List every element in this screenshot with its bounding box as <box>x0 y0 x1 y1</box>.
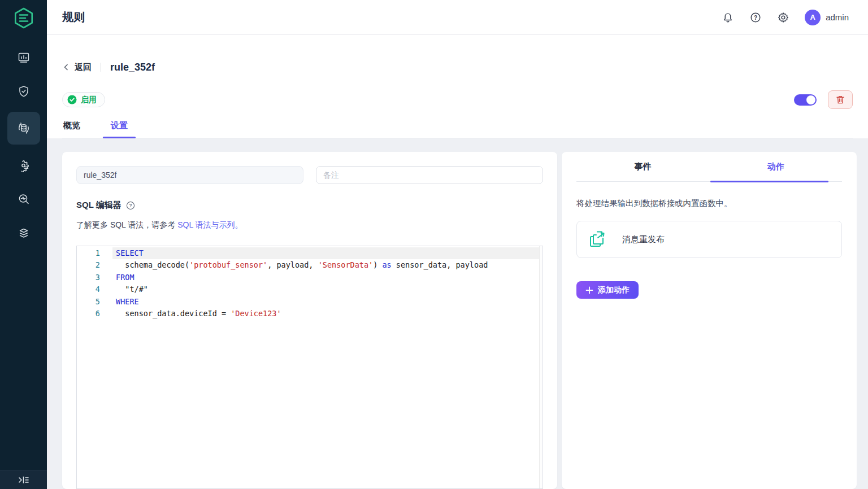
rule-controls <box>794 90 853 109</box>
top-header: 规则 ? <box>47 0 868 35</box>
delete-button[interactable] <box>828 90 853 109</box>
enable-toggle[interactable] <box>794 94 817 106</box>
help-button[interactable]: ? <box>749 11 762 24</box>
app-window: 规则 ? <box>0 0 868 489</box>
page-head: 返回 rule_352f 启用 <box>47 35 868 138</box>
layers-icon <box>17 226 31 240</box>
back-label: 返回 <box>75 62 92 73</box>
line-number: 3 <box>77 272 112 283</box>
diagnose-icon <box>17 193 31 206</box>
rule-title: rule_352f <box>110 62 155 73</box>
settings-button[interactable] <box>777 11 789 24</box>
panel-tabs: 事件 动作 <box>576 152 842 182</box>
user-menu[interactable]: A admin <box>805 10 849 25</box>
data-integration-icon <box>16 121 31 136</box>
sql-hint-text: 了解更多 SQL 语法，请参考 <box>76 220 177 229</box>
code-line: 4 "t/#" <box>77 283 542 295</box>
sql-editor-header: SQL 编辑器 ? <box>76 200 543 211</box>
code-line: 3 FROM <box>77 272 542 283</box>
sql-editor-label: SQL 编辑器 <box>76 200 121 211</box>
tab-settings[interactable]: 设置 <box>110 120 129 138</box>
sidebar-item-management[interactable] <box>8 152 40 178</box>
sql-code-editor[interactable]: 1 SELECT 2 schema_decode('protobuf_senso… <box>76 246 543 489</box>
sidebar-collapse-toggle[interactable] <box>0 470 47 489</box>
rule-id-field <box>76 166 303 184</box>
sidebar <box>0 0 47 489</box>
status-row: 启用 <box>62 90 853 109</box>
shield-check-icon <box>17 85 31 98</box>
emqx-logo-icon <box>12 6 36 30</box>
breadcrumb-divider <box>101 63 101 72</box>
line-number: 2 <box>77 259 112 271</box>
avatar: A <box>805 10 821 25</box>
collapse-menu-icon <box>18 475 30 485</box>
sql-syntax-link[interactable]: SQL 语法与示列。 <box>177 220 242 229</box>
page-title: 规则 <box>62 10 85 25</box>
sidebar-item-dashboard[interactable] <box>8 44 40 71</box>
actions-description: 将处理结果输出到数据桥接或内置函数中。 <box>576 198 842 209</box>
trash-icon <box>836 95 845 104</box>
topbar-actions: ? A admin <box>722 10 849 25</box>
add-action-button[interactable]: 添加动作 <box>576 281 639 299</box>
main-column: 规则 ? <box>47 0 868 489</box>
tab-overview[interactable]: 概览 <box>62 120 81 138</box>
help-icon: ? <box>749 11 762 24</box>
editor-scrollbar[interactable] <box>539 246 542 488</box>
status-badge: 启用 <box>62 92 105 107</box>
line-number: 5 <box>77 296 112 308</box>
rule-tabs: 概览 设置 <box>62 120 853 138</box>
user-name: admin <box>826 12 849 22</box>
dashboard-icon <box>17 51 31 64</box>
tab-events[interactable]: 事件 <box>576 152 709 181</box>
gear-list-icon <box>17 159 31 172</box>
work-area: SQL 编辑器 ? 了解更多 SQL 语法，请参考 SQL 语法与示列。 1 S… <box>47 138 868 489</box>
status-label: 启用 <box>81 95 97 105</box>
code-line: 2 schema_decode('protobuf_sensor', paylo… <box>77 259 542 271</box>
code-line: 6 sensor_data.deviceId = 'Device123' <box>77 308 542 320</box>
tab-actions[interactable]: 动作 <box>709 152 842 181</box>
line-number: 1 <box>77 247 112 259</box>
notifications-button[interactable] <box>722 11 734 24</box>
svg-text:?: ? <box>129 203 132 208</box>
toggle-knob <box>806 95 815 104</box>
back-button[interactable]: 返回 <box>62 62 92 73</box>
action-item-republish[interactable]: 消息重发布 <box>576 221 842 258</box>
line-number: 6 <box>77 308 112 320</box>
svg-text:?: ? <box>754 14 757 20</box>
republish-icon <box>587 229 607 250</box>
code-line: 5 WHERE <box>77 296 542 308</box>
bell-icon <box>722 11 734 24</box>
note-field[interactable] <box>316 166 543 184</box>
sidebar-nav <box>7 44 40 246</box>
sidebar-item-diagnose[interactable] <box>8 186 40 212</box>
action-item-label: 消息重发布 <box>622 234 665 245</box>
events-actions-card: 事件 动作 将处理结果输出到数据桥接或内置函数中。 消息重发布 <box>562 152 857 489</box>
line-number: 4 <box>77 283 112 295</box>
sql-hint: 了解更多 SQL 语法，请参考 SQL 语法与示列。 <box>76 220 543 230</box>
sidebar-item-extensions[interactable] <box>8 220 40 246</box>
emqx-logo[interactable] <box>11 6 36 30</box>
chevron-left-icon <box>62 63 70 71</box>
breadcrumb: 返回 rule_352f <box>62 59 853 76</box>
add-action-label: 添加动作 <box>598 285 630 295</box>
code-line: 1 SELECT <box>77 247 542 259</box>
plus-icon <box>585 286 593 294</box>
sql-help-icon[interactable]: ? <box>126 201 135 210</box>
inputs-row <box>76 166 543 184</box>
rule-settings-card: SQL 编辑器 ? 了解更多 SQL 语法，请参考 SQL 语法与示列。 1 S… <box>62 152 557 489</box>
sidebar-item-access-control[interactable] <box>8 78 40 104</box>
check-circle-icon <box>67 95 77 104</box>
sidebar-item-data-integration[interactable] <box>7 112 40 145</box>
gear-icon <box>777 11 789 24</box>
